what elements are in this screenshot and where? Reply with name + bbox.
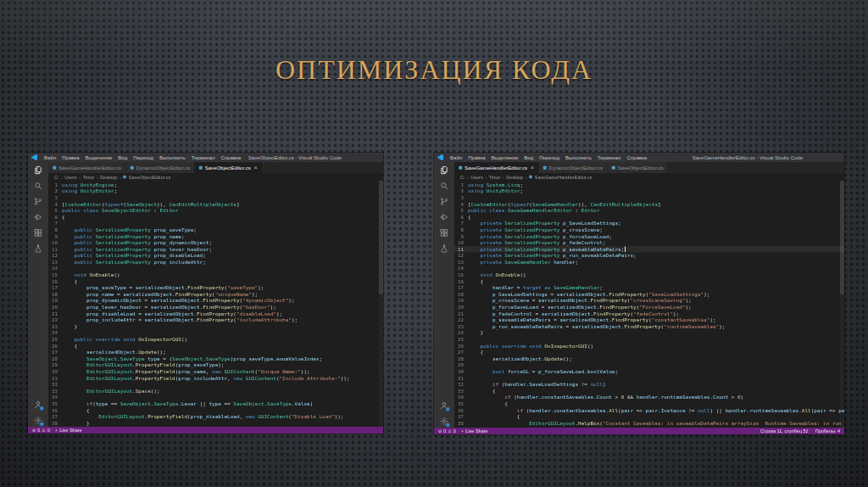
code-line[interactable]: 3 bbox=[454, 194, 844, 201]
code-line[interactable]: 1using UnityEngine; bbox=[48, 182, 383, 188]
code-line[interactable]: 38 } bbox=[48, 420, 383, 427]
manage-gear-icon[interactable] bbox=[440, 417, 449, 426]
code-line[interactable]: 34 bbox=[48, 395, 383, 401]
code-line[interactable]: 9 public SerializedProperty prop_name; bbox=[48, 233, 383, 240]
editor-scrollbar[interactable] bbox=[840, 181, 844, 428]
code-line[interactable]: 1using System.Linq; bbox=[454, 182, 844, 188]
tab-close-icon[interactable]: × bbox=[531, 165, 534, 171]
code-line[interactable]: 6{ bbox=[48, 214, 383, 221]
code-line[interactable]: 36 if (handler.constantSaveables.All(pai… bbox=[454, 407, 844, 414]
code-line[interactable]: 37 EditorGUILayout.PropertyField(prop_di… bbox=[48, 413, 383, 420]
menubar-item[interactable]: Вид bbox=[115, 154, 131, 160]
code-line[interactable]: 34 if (handler.constantSaveables.Count >… bbox=[454, 395, 844, 401]
live-share-button[interactable]: ⚡ Live Share bbox=[461, 428, 488, 434]
code-line[interactable]: 15 void OnEnable() bbox=[48, 271, 383, 278]
test-explorer-icon[interactable] bbox=[440, 244, 449, 254]
code-line[interactable]: 11 private SerializedProperty p_saveable… bbox=[454, 246, 844, 253]
code-line[interactable]: 22 prop_includeAttr = serializedObject.F… bbox=[48, 316, 383, 323]
code-line[interactable]: 6{ bbox=[454, 214, 844, 221]
editor-tab[interactable]: SaveObjectEditor.cs× bbox=[195, 162, 262, 173]
code-line[interactable]: 5public class SaveObjectEditor : Editor bbox=[48, 207, 383, 214]
explorer-icon[interactable] bbox=[34, 165, 43, 175]
code-line[interactable]: 23 p_run_saveableDataPairs = serializedO… bbox=[454, 323, 844, 330]
code-line[interactable]: 27 { bbox=[454, 349, 844, 355]
source-control-icon[interactable] bbox=[440, 197, 449, 206]
source-control-icon[interactable] bbox=[34, 197, 43, 206]
code-line[interactable]: 32 if (handler.SaveLoadSettings != null) bbox=[454, 381, 844, 388]
code-line[interactable]: 3 bbox=[48, 194, 383, 201]
editor-tab[interactable]: DynamicObjectEditor.cs bbox=[538, 162, 607, 173]
account-icon[interactable] bbox=[34, 400, 43, 410]
code-line[interactable]: 17 prop_saveType = serializedObject.Find… bbox=[48, 285, 383, 292]
code-line[interactable]: 35 { bbox=[454, 400, 844, 407]
manage-gear-icon[interactable] bbox=[34, 416, 43, 425]
code-line[interactable]: 23 } bbox=[48, 323, 383, 330]
tab-close-icon[interactable]: × bbox=[254, 165, 258, 171]
code-line[interactable]: 37 { bbox=[454, 413, 844, 420]
breadcrumb-item[interactable]: Desktop bbox=[100, 175, 117, 180]
code-line[interactable]: 13 public SerializedProperty prop_includ… bbox=[48, 259, 383, 266]
code-line[interactable]: 26 public override void OnInspectorGUI() bbox=[454, 343, 844, 350]
code-line[interactable]: 28 SaveObject.SaveType type = (SaveObjec… bbox=[48, 355, 383, 362]
breadcrumb-item[interactable]: SaveObjectEditor.cs bbox=[129, 175, 171, 180]
menubar-item[interactable]: Выделение bbox=[488, 154, 521, 160]
menubar-item[interactable]: Терминал bbox=[188, 154, 218, 160]
extensions-icon[interactable] bbox=[440, 228, 449, 238]
code-line[interactable]: 19 p_crossScene = serializedObject.FindP… bbox=[454, 298, 844, 305]
search-icon[interactable] bbox=[34, 182, 43, 191]
code-line[interactable]: 22 p_saveableDataPairs = serializedObjec… bbox=[454, 316, 844, 323]
code-line[interactable]: 25 public override void OnInspectorGUI() bbox=[48, 336, 383, 343]
live-share-button[interactable]: ⚡ Live Share bbox=[55, 428, 82, 433]
code-line[interactable]: 25 bbox=[454, 336, 844, 343]
menubar-item[interactable]: Правка bbox=[465, 154, 488, 160]
scrollbar-thumb[interactable] bbox=[840, 181, 844, 294]
menubar-item[interactable]: Выполнить bbox=[563, 154, 595, 160]
menubar-item[interactable]: Вид bbox=[521, 154, 537, 160]
code-line[interactable]: 29 EditorGUILayout.PropertyField(prop_sa… bbox=[48, 362, 383, 369]
code-line[interactable]: 24 bbox=[48, 330, 383, 337]
code-line[interactable]: 38 EditorGUILayout.HelpBox("Constant Sav… bbox=[454, 420, 844, 427]
breadcrumb-item[interactable]: C: bbox=[54, 175, 59, 180]
code-line[interactable]: 20 prop_lever_hasDoor = serializedObject… bbox=[48, 304, 383, 311]
code-line[interactable]: 8 public SerializedProperty prop_saveTyp… bbox=[48, 227, 383, 233]
code-line[interactable]: 31 EditorGUILayout.PropertyField(prop_in… bbox=[48, 375, 383, 382]
code-line[interactable]: 13 private SaveGameHandler handler; bbox=[454, 259, 844, 266]
code-editor[interactable]: 1using System.Linq;2using UnityEditor;34… bbox=[454, 181, 844, 428]
editor-scrollbar[interactable] bbox=[379, 181, 383, 427]
menubar-item[interactable]: Переход bbox=[537, 154, 563, 160]
scrollbar-thumb[interactable] bbox=[379, 181, 383, 294]
code-line[interactable]: 4[CustomEditor(typeof(SaveObject)), CanE… bbox=[48, 201, 383, 208]
code-line[interactable]: 18 p_SaveLoadSettings = serializedObject… bbox=[454, 291, 844, 298]
test-explorer-icon[interactable] bbox=[34, 244, 43, 254]
search-icon[interactable] bbox=[440, 182, 449, 191]
code-line[interactable]: 10 private SerializedProperty p_fadeCont… bbox=[454, 239, 844, 246]
code-line[interactable]: 9 private SerializedProperty p_forceSave… bbox=[454, 233, 844, 240]
code-line[interactable]: 2using UnityEditor; bbox=[48, 188, 383, 195]
breadcrumb-item[interactable]: SaveGameHandlerEditor.cs bbox=[535, 175, 593, 180]
code-line[interactable]: 12 private SerializedProperty p_run_save… bbox=[454, 253, 844, 260]
code-line[interactable]: 33 { bbox=[454, 388, 844, 395]
editor-tab[interactable]: SaveGameHandlerEditor.cs× bbox=[454, 162, 538, 173]
code-line[interactable]: 7 bbox=[48, 221, 383, 227]
code-line[interactable]: 26 { bbox=[48, 343, 383, 350]
breadcrumb-item[interactable]: C: bbox=[460, 175, 465, 180]
code-line[interactable]: 11 public SerializedProperty prop_lever_… bbox=[48, 246, 383, 253]
code-line[interactable]: 36 { bbox=[48, 407, 383, 414]
extensions-icon[interactable] bbox=[34, 228, 43, 238]
code-line[interactable]: 21 prop_disableLoad = serializedObject.F… bbox=[48, 311, 383, 317]
status-item[interactable]: Пробелы: 4 bbox=[815, 428, 840, 434]
breadcrumb-item[interactable]: Desktop bbox=[506, 175, 523, 180]
run-debug-icon[interactable] bbox=[34, 213, 43, 222]
run-debug-icon[interactable] bbox=[440, 213, 449, 222]
code-line[interactable]: 32 bbox=[48, 381, 383, 388]
code-line[interactable]: 31 bbox=[454, 375, 844, 382]
code-line[interactable]: 15 void OnEnable() bbox=[454, 271, 844, 278]
code-line[interactable]: 30 bool forceSL = p_forceSaveLoad.boolVa… bbox=[454, 368, 844, 375]
code-line[interactable]: 14 bbox=[454, 266, 844, 272]
code-line[interactable]: 7 private SerializedProperty p_SaveLoadS… bbox=[454, 221, 844, 227]
code-line[interactable]: 17 handler = target as SaveGameHandler; bbox=[454, 285, 844, 292]
code-line[interactable]: 30 EditorGUILayout.PropertyField(prop_na… bbox=[48, 368, 383, 375]
breadcrumb-item[interactable]: Users bbox=[64, 175, 76, 180]
explorer-icon[interactable] bbox=[440, 165, 449, 175]
editor-tab[interactable]: SaveGameHandlerEditor.cs bbox=[48, 162, 126, 173]
